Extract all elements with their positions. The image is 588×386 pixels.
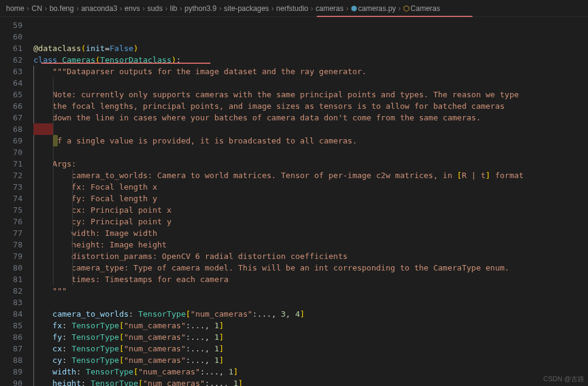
chevron-right-icon: ›: [27, 4, 29, 13]
chevron-right-icon: ›: [165, 4, 168, 13]
chevron-right-icon: ›: [180, 4, 182, 13]
line-number-gutter: 5960616263646566676869707172737475767778…: [0, 17, 33, 386]
breadcrumb-item[interactable]: home: [6, 4, 24, 13]
code-editor[interactable]: 5960616263646566676869707172737475767778…: [0, 17, 588, 386]
chevron-right-icon: ›: [120, 4, 122, 13]
python-file-icon: ⬢: [351, 4, 357, 13]
breadcrumb-item[interactable]: anaconda3: [81, 4, 117, 13]
class-symbol-icon: ⬡: [403, 4, 409, 13]
breadcrumb-item[interactable]: suds: [147, 4, 162, 13]
breadcrumb-item[interactable]: site-packages: [224, 4, 269, 13]
breadcrumb-item[interactable]: python3.9: [185, 4, 217, 13]
chevron-right-icon: ›: [311, 4, 313, 13]
breadcrumb-item[interactable]: envs: [125, 4, 140, 13]
chevron-right-icon: ›: [142, 4, 145, 13]
breadcrumb-item[interactable]: bo.feng: [49, 4, 74, 13]
code-content[interactable]: @dataclass(init=False)class Cameras(Tens…: [33, 17, 588, 386]
chevron-right-icon: ›: [271, 4, 274, 13]
chevron-right-icon: ›: [219, 4, 221, 13]
breadcrumb: home› CN› bo.feng› anaconda3› envs› suds…: [0, 0, 588, 17]
annotation-underline: [41, 63, 210, 64]
breadcrumb-file[interactable]: ⬢cameras.py: [351, 4, 396, 13]
chevron-right-icon: ›: [44, 4, 47, 13]
chevron-right-icon: ›: [76, 4, 78, 13]
chevron-right-icon: ›: [398, 4, 401, 13]
breadcrumb-item[interactable]: lib: [170, 4, 178, 13]
breadcrumb-item[interactable]: cameras: [316, 4, 344, 13]
breadcrumb-item[interactable]: CN: [32, 4, 42, 13]
overview-ruler[interactable]: [581, 34, 588, 386]
breadcrumb-item[interactable]: nerfstudio: [276, 4, 308, 13]
breadcrumb-symbol[interactable]: ⬡Cameras: [403, 4, 440, 13]
watermark: CSDN @古路: [544, 374, 584, 384]
chevron-right-icon: ›: [346, 4, 348, 13]
